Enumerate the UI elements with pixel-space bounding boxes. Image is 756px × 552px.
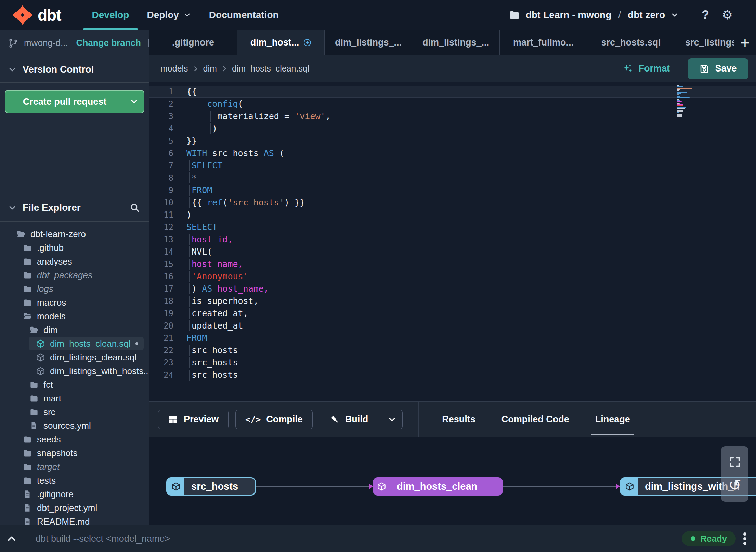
tab-label: src_listings. (685, 37, 734, 48)
build-dropdown-button[interactable] (381, 410, 402, 429)
tree-item-github[interactable]: .github (0, 241, 149, 255)
expand-command-bar-button[interactable] (0, 525, 23, 552)
code-line-content: host_id, (186, 233, 233, 246)
tree-item-dim-hosts-clean-sql[interactable]: dim_hosts_clean.sql (29, 337, 144, 350)
compile-button[interactable]: </> Compile (235, 410, 313, 429)
tree-item-label: mart (43, 393, 61, 404)
new-tab-button[interactable]: + (734, 30, 756, 55)
search-icon[interactable] (129, 202, 140, 213)
lineage-node-dim-hosts-clean[interactable]: dim_hosts_clean (373, 477, 503, 496)
tree-item-sources-yml[interactable]: sources.yml (0, 419, 149, 433)
tree-item-label: src (43, 407, 55, 418)
breadcrumb-item-models[interactable]: models (160, 64, 188, 74)
breadcrumb-item-dim-hosts-clean-sql[interactable]: dim_hosts_clean.sql (232, 64, 310, 74)
lineage-node-src-hosts[interactable]: src_hosts (166, 477, 256, 496)
code-line-2: 2 config( (149, 98, 756, 110)
status-dot-icon (691, 536, 695, 541)
preview-table-icon (168, 414, 178, 425)
code-line-content: host_name, (186, 258, 243, 270)
lineage-canvas[interactable]: ↺ src_hostsdim_hosts_cleandim_listings_w… (149, 437, 756, 525)
settings-gear-icon[interactable]: ⚙ (719, 0, 735, 30)
tree-item-seeds[interactable]: seeds (0, 433, 149, 446)
dbt-brand[interactable]: dbt (12, 0, 61, 30)
tab-results[interactable]: Results (429, 402, 488, 437)
tree-item-tests[interactable]: tests (0, 474, 149, 487)
create-pull-request-button[interactable]: Create pull request (5, 90, 144, 113)
tree-item-mart[interactable]: mart (0, 391, 149, 405)
tree-item-dbt-project-yml[interactable]: dbt_project.yml (0, 501, 149, 515)
nav-documentation-label: Documentation (209, 10, 279, 21)
build-button[interactable]: Build (320, 410, 403, 429)
lineage-controls: ↺ (721, 446, 748, 502)
tab-dim-listings[interactable]: dim_listings_... (325, 30, 412, 55)
nav-deploy-label: Deploy (147, 10, 179, 21)
editor-minimap[interactable] (677, 85, 697, 117)
tree-item-label: dim_listings_clean.sql (50, 352, 136, 363)
preview-button[interactable]: Preview (158, 410, 229, 429)
minimap-line (677, 94, 679, 95)
tab-src-listings[interactable]: src_listings. (675, 30, 734, 55)
indent-guide (189, 308, 190, 319)
nav-develop[interactable]: Develop (83, 0, 138, 30)
change-branch-link[interactable]: Change branch (76, 38, 141, 48)
indent-guide (189, 283, 190, 294)
line-number: 14 (149, 246, 173, 258)
folder-open-icon (23, 312, 32, 321)
tree-item-logs[interactable]: logs (0, 282, 149, 296)
fullscreen-icon[interactable] (728, 455, 741, 468)
file-explorer-title: File Explorer (23, 202, 81, 213)
line-number: 8 (149, 172, 173, 184)
tab-label: dim_host... (250, 37, 299, 48)
tab-dim-host[interactable]: dim_host... (237, 30, 325, 55)
pull-request-dropdown-button[interactable] (124, 91, 144, 113)
breadcrumb-item-dim[interactable]: dim (203, 64, 217, 74)
tree-item-dim-listings-with-hosts[interactable]: dim_listings_with_hosts... (0, 364, 149, 378)
file-explorer-header[interactable]: File Explorer (0, 194, 149, 222)
chevron-down-icon (8, 65, 16, 74)
folder-icon (23, 243, 32, 253)
tree-item-gitignore[interactable]: .gitignore (0, 487, 149, 501)
format-button[interactable]: Format (622, 63, 670, 75)
tab-lineage[interactable]: Lineage (582, 402, 643, 437)
project-switcher[interactable]: dbt Learn - mwong / dbt zero (509, 0, 679, 30)
tree-item-target[interactable]: target (0, 460, 149, 474)
kebab-menu-icon[interactable] (743, 532, 746, 545)
version-control-header[interactable]: Version Control (0, 56, 149, 83)
code-line-23: 23 src_hosts (149, 357, 756, 369)
nav-documentation[interactable]: Documentation (200, 0, 288, 30)
tree-item-readme-md[interactable]: README.md (0, 515, 149, 525)
refresh-icon[interactable]: ↺ (728, 477, 742, 493)
tree-item-src[interactable]: src (0, 405, 149, 419)
tree-item-snapshots[interactable]: snapshots (0, 446, 149, 460)
model-cube-icon (167, 478, 184, 495)
tab-dim-listings[interactable]: dim_listings_... (412, 30, 500, 55)
tree-item-dim[interactable]: dim (0, 323, 149, 337)
command-input[interactable]: dbt build --select <model_name> (36, 534, 170, 544)
code-line-content: SELECT (186, 221, 217, 233)
nav-deploy[interactable]: Deploy (138, 0, 200, 30)
minimap-line (677, 114, 682, 115)
save-button[interactable]: Save (688, 58, 748, 79)
main-row: mwong-d... Change branch Version Control… (0, 30, 756, 525)
tab-src-hosts-sql[interactable]: src_hosts.sql (587, 30, 675, 55)
panel-tab-label: Results (442, 414, 475, 425)
tree-item-dim-listings-clean-sql[interactable]: dim_listings_clean.sql (0, 350, 149, 364)
breadcrumb: modelsdimdim_hosts_clean.sql (160, 64, 309, 74)
code-line-5: 5}} (149, 135, 756, 147)
help-button[interactable]: ? (698, 0, 713, 30)
tree-item-label: dbt_packages (37, 270, 92, 281)
indent-guide (189, 271, 190, 282)
tab-gitignore[interactable]: .gitignore (149, 30, 237, 55)
tab-compiled-code[interactable]: Compiled Code (488, 402, 582, 437)
tree-item-fct[interactable]: fct (0, 378, 149, 391)
tree-item-dbt-learn-zero[interactable]: dbt-learn-zero (0, 227, 149, 241)
breadcrumb-bar: modelsdimdim_hosts_clean.sql Format (149, 55, 756, 82)
tree-item-macros[interactable]: macros (0, 296, 149, 309)
tree-item-models[interactable]: models (0, 309, 149, 323)
tree-item-label: macros (37, 297, 66, 308)
tab-mart-fullmo[interactable]: mart_fullmo... (500, 30, 587, 55)
tree-item-analyses[interactable]: analyses (0, 255, 149, 268)
indent-guide (189, 172, 190, 183)
tree-item-dbt-packages[interactable]: dbt_packages (0, 268, 149, 282)
code-editor[interactable]: 1{{2 config(3 materialized = 'view',4 )5… (149, 82, 756, 401)
